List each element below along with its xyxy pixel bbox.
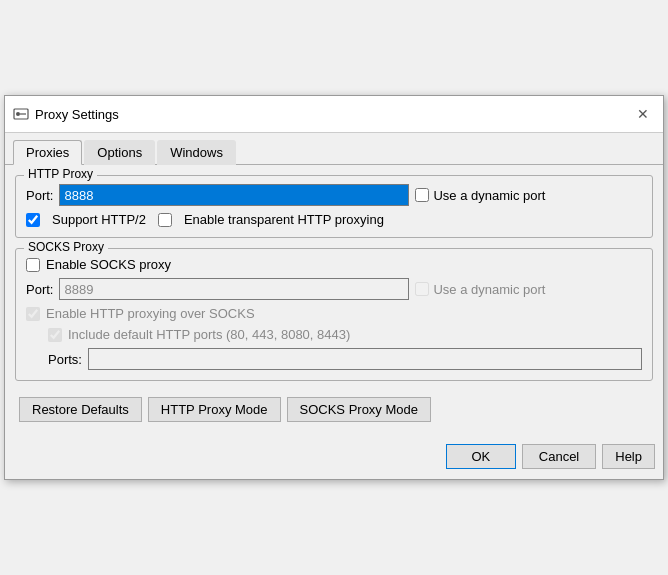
http-dynamic-port-checkbox[interactable]	[415, 188, 429, 202]
socks-ports-row: Ports:	[26, 348, 642, 370]
tab-windows[interactable]: Windows	[157, 140, 236, 165]
socks-ports-input[interactable]	[88, 348, 642, 370]
support-http2-label[interactable]: Support HTTP/2	[52, 212, 146, 227]
dialog-buttons-row: OK Cancel Help	[5, 438, 663, 479]
socks-port-input[interactable]	[59, 278, 409, 300]
include-defaults-label: Include default HTTP ports (80, 443, 808…	[68, 327, 350, 342]
proxy-icon	[13, 106, 29, 122]
socks-port-row: Port: Use a dynamic port	[26, 278, 642, 300]
svg-point-1	[16, 112, 20, 116]
main-content: HTTP Proxy Port: Use a dynamic port Supp…	[5, 165, 663, 438]
titlebar-left: Proxy Settings	[13, 106, 119, 122]
socks-proxy-mode-button[interactable]: SOCKS Proxy Mode	[287, 397, 432, 422]
action-buttons-row: Restore Defaults HTTP Proxy Mode SOCKS P…	[19, 391, 653, 428]
http-over-socks-checkbox[interactable]	[26, 307, 40, 321]
http-port-row: Port: Use a dynamic port	[26, 184, 642, 206]
transparent-proxy-checkbox[interactable]	[158, 213, 172, 227]
http-options-row: Support HTTP/2 Enable transparent HTTP p…	[26, 212, 642, 227]
ok-button[interactable]: OK	[446, 444, 516, 469]
include-defaults-row: Include default HTTP ports (80, 443, 808…	[26, 327, 642, 342]
http-proxy-mode-button[interactable]: HTTP Proxy Mode	[148, 397, 281, 422]
socks-enable-row: Enable SOCKS proxy	[26, 257, 642, 272]
close-button[interactable]: ✕	[631, 102, 655, 126]
tab-options[interactable]: Options	[84, 140, 155, 165]
support-http2-checkbox[interactable]	[26, 213, 40, 227]
http-over-socks-row: Enable HTTP proxying over SOCKS	[26, 306, 642, 321]
restore-defaults-button[interactable]: Restore Defaults	[19, 397, 142, 422]
socks-ports-label: Ports:	[48, 352, 82, 367]
socks-dynamic-port-label: Use a dynamic port	[433, 282, 545, 297]
socks-enable-checkbox[interactable]	[26, 258, 40, 272]
window-title: Proxy Settings	[35, 107, 119, 122]
tabs-bar: Proxies Options Windows	[5, 133, 663, 165]
help-button[interactable]: Help	[602, 444, 655, 469]
http-dynamic-port-container: Use a dynamic port	[415, 188, 545, 203]
tab-proxies[interactable]: Proxies	[13, 140, 82, 165]
socks-dynamic-port-container: Use a dynamic port	[415, 282, 545, 297]
transparent-proxy-label[interactable]: Enable transparent HTTP proxying	[184, 212, 384, 227]
proxy-settings-window: Proxy Settings ✕ Proxies Options Windows…	[4, 95, 664, 480]
include-defaults-checkbox[interactable]	[48, 328, 62, 342]
http-dynamic-port-label[interactable]: Use a dynamic port	[433, 188, 545, 203]
http-proxy-group: HTTP Proxy Port: Use a dynamic port Supp…	[15, 175, 653, 238]
http-proxy-group-label: HTTP Proxy	[24, 167, 97, 181]
socks-port-label: Port:	[26, 282, 53, 297]
http-over-socks-label: Enable HTTP proxying over SOCKS	[46, 306, 255, 321]
socks-enable-label[interactable]: Enable SOCKS proxy	[46, 257, 171, 272]
socks-dynamic-port-checkbox[interactable]	[415, 282, 429, 296]
http-port-label: Port:	[26, 188, 53, 203]
socks-proxy-group: SOCKS Proxy Enable SOCKS proxy Port: Use…	[15, 248, 653, 381]
titlebar: Proxy Settings ✕	[5, 96, 663, 133]
http-port-input[interactable]	[59, 184, 409, 206]
cancel-button[interactable]: Cancel	[522, 444, 596, 469]
socks-proxy-group-label: SOCKS Proxy	[24, 240, 108, 254]
